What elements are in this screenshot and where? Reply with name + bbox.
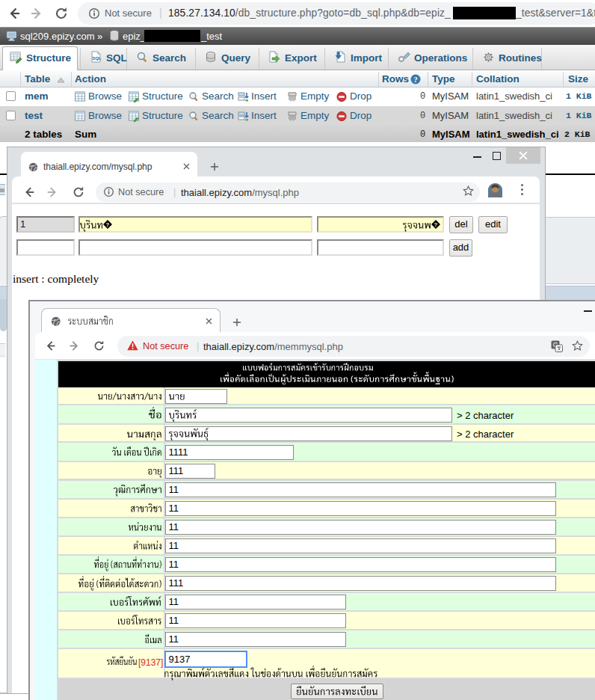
svg-text:SQL: SQL	[92, 56, 102, 61]
svg-text:?: ?	[434, 221, 438, 228]
svg-text:?: ?	[413, 76, 417, 84]
svg-text:?: ?	[106, 221, 110, 228]
